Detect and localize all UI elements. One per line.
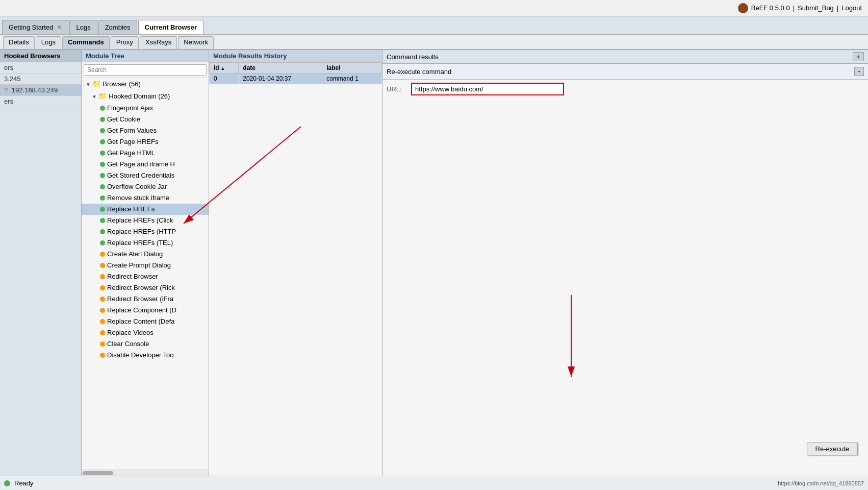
- results-table[interactable]: id date label 0 2020-01-04 20:37 command…: [209, 62, 382, 476]
- sidebar-item-3[interactable]: ers: [0, 96, 81, 107]
- tree-replace-videos[interactable]: Replace Videos: [82, 327, 209, 338]
- collapse-command-panel-button[interactable]: -: [854, 67, 864, 76]
- tree-browser-label: Browser (56): [103, 80, 140, 88]
- results-panel: Module Results History id date label 0 2…: [209, 50, 382, 476]
- orange-dot-icon: [100, 319, 105, 324]
- col-header-date[interactable]: date: [239, 63, 322, 74]
- tab-getting-started-label: Getting Started: [9, 23, 53, 31]
- sidebar-item-ip[interactable]: ? 192.168.43.249: [0, 85, 81, 96]
- tab-zombies[interactable]: Zombies: [98, 20, 137, 34]
- reexecute-label: Re-execute command: [387, 68, 451, 76]
- tree-remove-stuck-label: Remove stuck iframe: [107, 193, 169, 203]
- tab-logs-label: Logs: [76, 23, 90, 31]
- col-header-id[interactable]: id: [210, 63, 239, 74]
- cell-label: command 1: [322, 74, 382, 84]
- orange-dot-icon: [100, 353, 105, 358]
- tree-hooked-domain[interactable]: ▼ 📁 Hooked Domain (26): [82, 90, 209, 103]
- tree-get-page-iframe[interactable]: Get Page and iframe H: [82, 159, 209, 170]
- url-input[interactable]: [411, 83, 564, 95]
- tree-replace-hrefs[interactable]: Replace HREFs: [82, 204, 209, 215]
- table-row[interactable]: 0 2020-01-04 20:37 command 1: [210, 74, 382, 84]
- tree-get-cookie[interactable]: Get Cookie: [82, 114, 209, 125]
- orange-dot-icon: [100, 252, 105, 257]
- logout-link[interactable]: Logout: [841, 4, 862, 12]
- command-results-header-bar: Command results +: [382, 50, 868, 64]
- scroll-thumb[interactable]: [83, 471, 113, 475]
- tree-get-stored-creds-label: Get Stored Credentials: [107, 171, 174, 180]
- tab-getting-started-close[interactable]: ✕: [57, 24, 62, 31]
- expand-hooked-icon: ▼: [92, 94, 98, 100]
- tree-get-page-html[interactable]: Get Page HTML: [82, 148, 209, 159]
- tree-replace-content-label: Replace Content (Defa: [107, 317, 174, 326]
- tree-redirect-browser-iframe[interactable]: Redirect Browser (iFra: [82, 293, 209, 305]
- sub-tab-logs-label: Logs: [41, 38, 56, 46]
- url-label: URL:: [387, 85, 407, 93]
- results-data-table: id date label 0 2020-01-04 20:37 command…: [209, 62, 382, 84]
- submit-bug-link[interactable]: Submit_Bug: [798, 4, 834, 12]
- col-header-label[interactable]: label: [322, 63, 382, 74]
- expand-browser-icon: ▼: [86, 82, 92, 87]
- tree-clear-console-label: Clear Console: [107, 339, 149, 349]
- sidebar-header: Hooked Browsers: [0, 50, 81, 62]
- sub-tab-commands-label: Commands: [68, 38, 104, 46]
- green-dot-icon: [100, 128, 105, 133]
- tree-replace-hrefs-click-label: Replace HREFs (Click: [107, 216, 173, 225]
- tree-browser[interactable]: ▼ 📁 Browser (56): [82, 78, 209, 90]
- status-url: https://blog.csdn.net/qq_41860857: [778, 480, 864, 486]
- sub-tab-details[interactable]: Details: [3, 36, 35, 49]
- orange-dot-icon: [100, 330, 105, 335]
- tree-fingerprint-ajax[interactable]: Fingerprint Ajax: [82, 103, 209, 114]
- command-results-title: Command results: [387, 53, 439, 61]
- expand-command-panel-button[interactable]: +: [853, 52, 864, 61]
- green-dot-icon: [100, 139, 105, 144]
- sub-tab-proxy[interactable]: Proxy: [111, 36, 139, 49]
- sub-tab-commands[interactable]: Commands: [62, 36, 110, 49]
- left-sidebar: Hooked Browsers ers 3.245 ? 192.168.43.2…: [0, 50, 82, 476]
- tree-replace-component[interactable]: Replace Component (D: [82, 305, 209, 316]
- brand-logo: BeEF 0.5.0.0: [738, 3, 790, 13]
- tree-get-page-hrefs[interactable]: Get Page HREFs: [82, 136, 209, 148]
- main-tab-bar: Getting Started ✕ Logs Zombies Current B…: [0, 16, 868, 35]
- green-dot-icon: [100, 151, 105, 156]
- sidebar-item-0[interactable]: ers: [0, 62, 81, 74]
- sidebar-item-1[interactable]: 3.245: [0, 74, 81, 85]
- tree-get-stored-credentials[interactable]: Get Stored Credentials: [82, 170, 209, 181]
- tab-current-browser[interactable]: Current Browser: [138, 20, 204, 34]
- tree-create-prompt[interactable]: Create Prompt Dialog: [82, 260, 209, 271]
- tab-zombies-label: Zombies: [105, 23, 131, 31]
- green-dot-icon: [100, 173, 105, 178]
- tree-replace-hrefs-http[interactable]: Replace HREFs (HTTP: [82, 226, 209, 237]
- tree-redirect-browser-rick[interactable]: Redirect Browser (Rick: [82, 282, 209, 293]
- tab-logs[interactable]: Logs: [69, 20, 97, 34]
- tree-clear-console[interactable]: Clear Console: [82, 338, 209, 350]
- search-input[interactable]: [84, 64, 207, 76]
- tree-get-cookie-label: Get Cookie: [107, 115, 140, 124]
- tab-getting-started[interactable]: Getting Started ✕: [2, 20, 68, 34]
- tree-replace-hrefs-tel-label: Replace HREFs (TEL): [107, 238, 173, 248]
- tree-get-page-hrefs-label: Get Page HREFs: [107, 137, 158, 146]
- tree-disable-devtools[interactable]: Disable Developer Too: [82, 350, 209, 361]
- tree-redirect-browser[interactable]: Redirect Browser: [82, 271, 209, 282]
- sub-tab-logs[interactable]: Logs: [36, 36, 61, 49]
- tree-overflow-cookie[interactable]: Overflow Cookie Jar: [82, 181, 209, 192]
- orange-dot-icon: [100, 285, 105, 290]
- module-tree-panel: Module Tree ▼ 📁 Browser (56) ▼ 📁 Hooked …: [82, 50, 209, 476]
- sub-tab-network[interactable]: Network: [178, 36, 214, 49]
- tree-replace-content[interactable]: Replace Content (Defa: [82, 316, 209, 327]
- tree-replace-hrefs-http-label: Replace HREFs (HTTP: [107, 227, 176, 236]
- tree-get-page-iframe-label: Get Page and iframe H: [107, 160, 175, 169]
- sub-tab-xssrays[interactable]: XssRays: [140, 36, 177, 49]
- tree-remove-stuck[interactable]: Remove stuck iframe: [82, 192, 209, 204]
- tree-hooked-domain-label: Hooked Domain (26): [109, 92, 170, 100]
- tree-get-form-values[interactable]: Get Form Values: [82, 125, 209, 136]
- tree-create-alert[interactable]: Create Alert Dialog: [82, 249, 209, 260]
- tree-replace-hrefs-click[interactable]: Replace HREFs (Click: [82, 215, 209, 226]
- horizontal-scrollbar[interactable]: [82, 470, 209, 476]
- cell-id: 0: [210, 74, 239, 84]
- tree-disable-devtools-label: Disable Developer Too: [107, 351, 174, 360]
- tree-content[interactable]: ▼ 📁 Browser (56) ▼ 📁 Hooked Domain (26) …: [82, 78, 209, 470]
- green-dot-icon: [100, 207, 105, 212]
- tree-create-alert-label: Create Alert Dialog: [107, 250, 163, 259]
- reexecute-button[interactable]: Re-execute: [807, 443, 858, 455]
- tree-replace-hrefs-tel[interactable]: Replace HREFs (TEL): [82, 237, 209, 249]
